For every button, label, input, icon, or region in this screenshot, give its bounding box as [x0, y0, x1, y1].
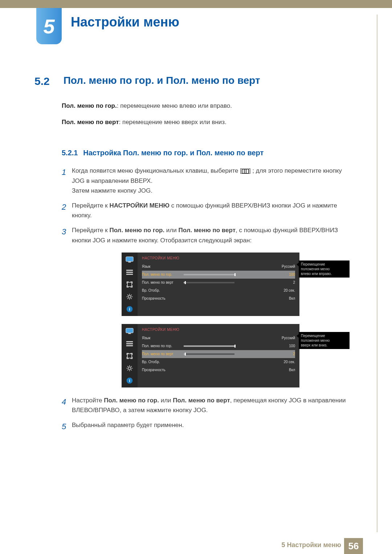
svg-line-30	[127, 369, 128, 370]
para-hpos: Пол. меню по гор.: перемещение меню влев…	[62, 101, 350, 111]
osd-icon-bar: i	[122, 324, 138, 387]
step-num-1: 1	[62, 166, 72, 196]
para-hpos-text: : перемещение меню влево или вправо.	[117, 102, 232, 109]
osd-screen-vpos: i НАСТРОЙКИ МЕНЮ ЯзыкРусский Пол. меню п…	[122, 324, 299, 387]
osd-row-trans: ПрозрачностьВкл	[142, 295, 295, 303]
svg-rect-17	[126, 328, 133, 333]
step-4-text: Настройте Пол. меню по гор. или Пол. мен…	[72, 395, 350, 415]
svg-rect-19	[126, 341, 133, 342]
svg-point-23	[128, 367, 131, 369]
osd-row-time: Вр. Отобр.20 сек.	[142, 287, 295, 295]
osd-body: НАСТРОЙКИ МЕНЮ ЯзыкРусский Пол. меню по …	[138, 253, 299, 316]
step-5-text: Выбранный параметр будет применен.	[72, 420, 350, 433]
resize-icon	[125, 281, 134, 288]
section-header: 5.2 Пол. меню по гор. и Пол. меню по вер…	[34, 73, 350, 90]
osd-row-trans: ПрозрачностьВкл	[142, 366, 295, 374]
svg-text:i: i	[129, 307, 130, 311]
tooltip-vpos: Перемещениеположения менювверх или вниз.	[299, 332, 350, 349]
step-2: 2 Перейдите к НАСТРОЙКИ МЕНЮ с помощью ф…	[62, 201, 350, 220]
subsection-header: 5.2.1 Настройка Пол. меню по гор. и Пол.…	[34, 147, 350, 159]
step-num-5: 5	[62, 420, 72, 433]
para-vpos: Пол. меню по верт: перемещение меню ввер…	[62, 117, 350, 127]
para-vpos-text: : перемещение меню вверх или вниз.	[119, 119, 226, 126]
content: 5.2 Пол. меню по гор. и Пол. меню по вер…	[34, 73, 350, 433]
svg-line-11	[127, 295, 128, 296]
svg-rect-4	[126, 274, 133, 275]
slider-bar	[184, 345, 234, 347]
list-icon	[125, 268, 134, 276]
svg-rect-22	[127, 354, 132, 358]
step-num-2: 2	[62, 201, 72, 220]
svg-rect-18	[128, 333, 131, 334]
svg-point-6	[128, 295, 131, 298]
svg-rect-21	[126, 345, 133, 346]
svg-rect-20	[126, 343, 133, 344]
svg-line-14	[131, 295, 132, 296]
svg-line-31	[131, 366, 132, 367]
osd-body: НАСТРОЙКИ МЕНЮ ЯзыкРусский Пол. меню по …	[138, 324, 299, 387]
osd-header: НАСТРОЙКИ МЕНЮ	[142, 255, 295, 261]
info-icon: i	[125, 377, 134, 384]
chapter-number: 5	[43, 15, 54, 38]
step-5: 5 Выбранный параметр будет применен.	[62, 420, 350, 433]
footer-label: 5 Настройки меню	[281, 541, 341, 549]
footer-page: 56	[344, 538, 363, 554]
osd-row-vpos-selected: Пол. меню по верт2	[142, 350, 295, 358]
svg-line-13	[127, 298, 128, 299]
menu-icon	[242, 169, 249, 174]
chapter-title: Настройки меню	[71, 15, 179, 30]
section-title: Пол. меню по гор. и Пол. меню по верт	[64, 75, 260, 86]
svg-text:i: i	[129, 378, 130, 383]
step-2-text: Перейдите к НАСТРОЙКИ МЕНЮ с помощью фун…	[72, 201, 350, 220]
svg-line-29	[131, 369, 132, 370]
osd-row-vpos: Пол. меню по верт2	[142, 279, 295, 287]
svg-rect-1	[128, 262, 131, 262]
steps-list-cont: 4 Настройте Пол. меню по гор. или Пол. м…	[62, 395, 350, 433]
slider-bar	[184, 274, 234, 275]
slider-bar	[184, 353, 234, 355]
svg-rect-2	[126, 270, 133, 271]
monitor-icon	[125, 328, 134, 335]
side-line	[377, 15, 377, 532]
chapter-tab: 5	[36, 8, 62, 44]
osd-header: НАСТРОЙКИ МЕНЮ	[142, 327, 295, 333]
osd-row-time: Вр. Отобр.20 сек.	[142, 358, 295, 366]
top-bar	[0, 0, 392, 8]
subsection-number: 5.2.1	[62, 149, 78, 157]
svg-rect-5	[127, 282, 132, 287]
osd-row-hpos-selected: Пол. меню по гор.100	[142, 271, 295, 279]
svg-rect-3	[126, 272, 133, 273]
monitor-icon	[125, 256, 134, 263]
resize-icon	[125, 352, 134, 360]
step-4: 4 Настройте Пол. меню по гор. или Пол. м…	[62, 395, 350, 415]
svg-line-28	[127, 366, 128, 367]
osd-figures: i НАСТРОЙКИ МЕНЮ ЯзыкРусский Пол. меню п…	[122, 253, 350, 387]
step-3: 3 Перейдите к Пол. меню по гор. или Пол.…	[62, 225, 350, 245]
gear-icon	[125, 365, 134, 372]
osd-row-hpos: Пол. меню по гор.100	[142, 342, 295, 350]
para-vpos-bold: Пол. меню по верт	[62, 119, 119, 126]
info-icon: i	[125, 305, 134, 313]
osd-row-lang: ЯзыкРусский	[142, 334, 295, 342]
osd-row-lang: ЯзыкРусский	[142, 263, 295, 271]
svg-line-12	[131, 298, 132, 299]
svg-rect-0	[126, 257, 133, 261]
steps-list: 1 Когда появится меню функциональных кла…	[62, 166, 350, 245]
osd-icon-bar: i	[122, 253, 138, 316]
slider-bar	[184, 282, 234, 283]
osd-screen-hpos: i НАСТРОЙКИ МЕНЮ ЯзыкРусский Пол. меню п…	[122, 253, 299, 316]
subsection-title: Настройка Пол. меню по гор. и Пол. меню …	[83, 149, 264, 157]
gear-icon	[125, 293, 134, 300]
step-3-text: Перейдите к Пол. меню по гор. или Пол. м…	[72, 225, 350, 245]
step-1: 1 Когда появится меню функциональных кла…	[62, 166, 350, 196]
para-hpos-bold: Пол. меню по гор.	[62, 102, 117, 109]
step-num-4: 4	[62, 395, 72, 415]
step-1-text: Когда появится меню функциональных клави…	[72, 166, 350, 196]
section-number: 5.2	[34, 73, 62, 90]
step-num-3: 3	[62, 225, 72, 245]
footer: 5 Настройки меню 56	[0, 538, 392, 554]
tooltip-hpos: Перемещениеположения менювлево или вправ…	[299, 260, 350, 278]
list-icon	[125, 340, 134, 347]
